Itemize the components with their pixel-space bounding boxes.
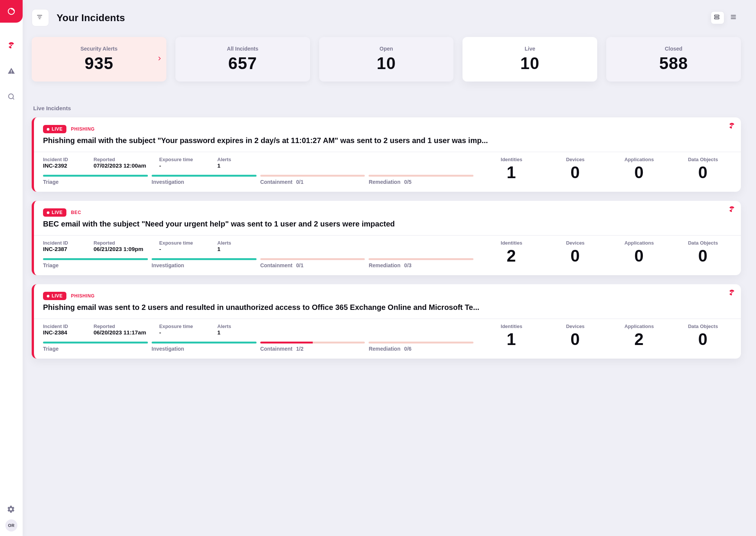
phase-label: Containment 1/2 bbox=[260, 346, 365, 352]
kpi-tile[interactable]: All Incidents 657 bbox=[175, 37, 310, 82]
kpi-tile[interactable]: Security Alerts 935 bbox=[32, 37, 166, 82]
phase-bar bbox=[369, 342, 473, 343]
stat-value: 0 bbox=[610, 246, 668, 265]
phase-bar bbox=[369, 175, 473, 177]
incident-meta: Incident IDINC-2384 Reported06/20/2023 1… bbox=[43, 323, 473, 336]
alerts-value: 1 bbox=[217, 329, 247, 336]
svg-point-5 bbox=[731, 125, 732, 126]
incident-card[interactable]: LIVE BEC BEC email with the subject "Nee… bbox=[32, 201, 741, 275]
view-list-button[interactable] bbox=[727, 11, 741, 24]
phase-remediation: Remediation 0/3 bbox=[369, 258, 473, 268]
sidebar-item-search[interactable] bbox=[5, 90, 18, 103]
incident-id: INC-2387 bbox=[43, 246, 88, 252]
reported-label: Reported bbox=[94, 240, 154, 246]
phase-label: Remediation 0/6 bbox=[369, 346, 473, 352]
status-badge: LIVE bbox=[43, 125, 66, 133]
radiation-icon bbox=[728, 205, 736, 213]
kpi-value: 588 bbox=[659, 54, 688, 73]
stat-label: Applications bbox=[610, 240, 668, 246]
stat-value: 0 bbox=[674, 330, 732, 349]
sidebar: OR bbox=[0, 0, 23, 536]
avatar[interactable]: OR bbox=[5, 519, 17, 531]
alerts-label: Alerts bbox=[217, 240, 247, 246]
incident-meta: Incident IDINC-2392 Reported07/02/2023 1… bbox=[43, 157, 473, 169]
phase-label: Remediation 0/5 bbox=[369, 179, 473, 185]
incident-type-icon bbox=[728, 122, 736, 131]
divider bbox=[34, 235, 741, 236]
stat-value: 0 bbox=[674, 163, 732, 182]
gear-icon bbox=[7, 505, 15, 513]
view-toggle bbox=[711, 11, 741, 24]
stat-value: 0 bbox=[546, 330, 604, 349]
phases: Triage Investigation Containment 0/1 Rem… bbox=[43, 258, 473, 268]
kpi-label: All Incidents bbox=[227, 46, 258, 52]
kpi-tile[interactable]: Open 10 bbox=[319, 37, 454, 82]
incident-type-icon bbox=[728, 289, 736, 298]
status-badge: LIVE bbox=[43, 292, 66, 300]
status-label: LIVE bbox=[52, 210, 63, 215]
phase-triage: Triage bbox=[43, 175, 148, 185]
reported-label: Reported bbox=[94, 157, 154, 162]
exposure-label: Exposure time bbox=[159, 240, 212, 246]
brand-logo[interactable] bbox=[0, 0, 23, 23]
incident-id-label: Incident ID bbox=[43, 240, 88, 246]
phase-label: Remediation 0/3 bbox=[369, 262, 473, 268]
incident-head: LIVE PHISHING bbox=[34, 284, 741, 303]
phase-bar bbox=[260, 342, 365, 343]
phase-bar bbox=[43, 258, 148, 260]
exposure-label: Exposure time bbox=[159, 323, 212, 329]
kpi-value: 657 bbox=[228, 54, 257, 73]
kpi-tile[interactable]: Closed 588 bbox=[606, 37, 741, 82]
kpi-value: 935 bbox=[85, 54, 113, 73]
filter-button[interactable] bbox=[32, 9, 49, 26]
incident-card[interactable]: LIVE PHISHING Phishing email with the su… bbox=[32, 117, 741, 192]
incident-id-label: Incident ID bbox=[43, 157, 88, 162]
section-title: Live Incidents bbox=[33, 105, 741, 111]
radiation-icon bbox=[728, 289, 736, 296]
alerts-label: Alerts bbox=[217, 157, 247, 162]
stat-label: Identities bbox=[482, 323, 540, 329]
kpi-label: Open bbox=[380, 46, 393, 52]
kpi-value: 10 bbox=[377, 54, 396, 73]
exposure-value: - bbox=[159, 162, 212, 169]
stat-label: Identities bbox=[482, 240, 540, 246]
stat-value: 1 bbox=[482, 330, 540, 349]
phases: Triage Investigation Containment 1/2 Rem… bbox=[43, 342, 473, 352]
phase-label: Investigation bbox=[152, 346, 257, 352]
alerts-value: 1 bbox=[217, 162, 247, 169]
stat-label: Applications bbox=[610, 157, 668, 162]
incident-summary: Phishing email with the subject "Your pa… bbox=[34, 136, 741, 152]
view-cards-button[interactable] bbox=[711, 11, 724, 24]
incident-card[interactable]: LIVE PHISHING Phishing email was sent to… bbox=[32, 284, 741, 359]
phase-remediation: Remediation 0/5 bbox=[369, 175, 473, 185]
incident-tag: PHISHING bbox=[71, 293, 95, 299]
phase-remediation: Remediation 0/6 bbox=[369, 342, 473, 352]
svg-rect-3 bbox=[715, 15, 719, 17]
kpi-label: Live bbox=[525, 46, 535, 52]
stat-label: Devices bbox=[546, 323, 604, 329]
stat-value: 0 bbox=[546, 246, 604, 265]
stat-value: 0 bbox=[610, 163, 668, 182]
svg-rect-4 bbox=[715, 18, 719, 19]
settings-button[interactable] bbox=[7, 505, 16, 514]
sidebar-item-alerts[interactable] bbox=[5, 64, 18, 78]
phase-bar bbox=[260, 175, 365, 177]
status-label: LIVE bbox=[52, 126, 63, 132]
sidebar-item-incidents[interactable] bbox=[5, 39, 18, 52]
reported-value: 06/21/2023 1:09pm bbox=[94, 246, 154, 252]
phase-bar bbox=[43, 342, 148, 343]
sidebar-nav bbox=[0, 23, 23, 103]
exposure-label: Exposure time bbox=[159, 157, 212, 162]
stat-label: Devices bbox=[546, 157, 604, 162]
incident-id: INC-2392 bbox=[43, 162, 88, 169]
incident-summary: BEC email with the subject "Need your ur… bbox=[34, 220, 741, 235]
kpi-tile[interactable]: Live 10 bbox=[463, 37, 597, 82]
phase-bar bbox=[152, 258, 257, 260]
incident-stats: Identities1 Devices0 Applications0 Data … bbox=[482, 157, 732, 182]
incident-head: LIVE PHISHING bbox=[34, 117, 741, 136]
incident-summary: Phishing email was sent to 2 users and r… bbox=[34, 303, 741, 319]
incident-id: INC-2384 bbox=[43, 329, 88, 336]
svg-point-2 bbox=[9, 94, 14, 99]
incident-head: LIVE BEC bbox=[34, 201, 741, 220]
kpi-label: Closed bbox=[665, 46, 682, 52]
